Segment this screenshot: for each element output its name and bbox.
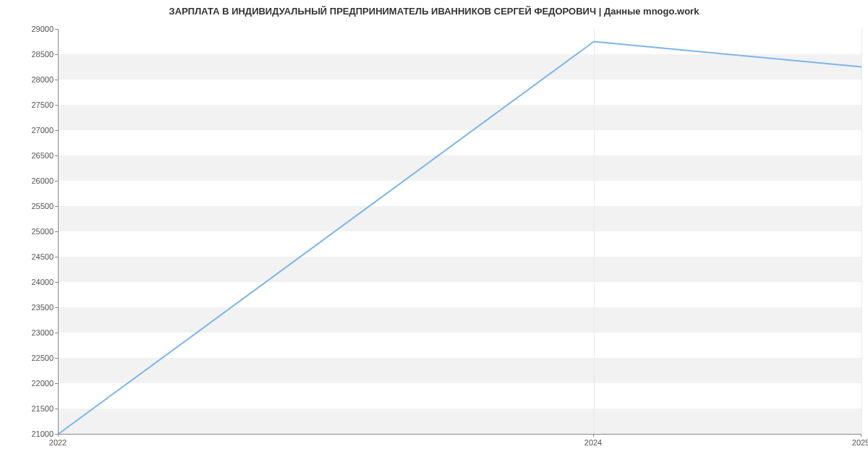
y-tick-label: 26000 xyxy=(19,176,54,185)
y-tick-label: 26500 xyxy=(19,151,54,160)
y-tick-label: 23000 xyxy=(19,328,54,337)
y-tick-label: 21500 xyxy=(19,404,54,413)
x-tick-label: 2025 xyxy=(852,438,868,447)
y-tick-label: 28500 xyxy=(19,50,54,59)
series-line xyxy=(59,42,861,435)
x-tick-label: 2022 xyxy=(49,438,67,447)
y-tick-label: 22500 xyxy=(19,354,54,362)
y-tick-label: 28000 xyxy=(19,75,54,84)
y-tick-label: 25500 xyxy=(19,202,54,210)
x-grid-line xyxy=(861,29,862,434)
y-tick-label: 23500 xyxy=(19,303,54,312)
chart-container: ЗАРПЛАТА В ИНДИВИДУАЛЬНЫЙ ПРЕДПРИНИМАТЕЛ… xyxy=(0,0,868,470)
x-tick-label: 2024 xyxy=(584,438,602,447)
y-tick-label: 24500 xyxy=(19,252,54,261)
y-tick-label: 27500 xyxy=(19,101,54,109)
y-tick-label: 22000 xyxy=(19,379,54,388)
line-series-layer xyxy=(59,29,861,434)
chart-title: ЗАРПЛАТА В ИНДИВИДУАЛЬНЫЙ ПРЕДПРИНИМАТЕЛ… xyxy=(0,6,868,17)
y-tick-label: 27000 xyxy=(19,126,54,134)
plot-area xyxy=(58,29,861,435)
y-tick-label: 25000 xyxy=(19,227,54,236)
y-tick-label: 29000 xyxy=(19,25,54,33)
y-tick-label: 24000 xyxy=(19,278,54,286)
y-tick-label: 21000 xyxy=(19,430,54,438)
